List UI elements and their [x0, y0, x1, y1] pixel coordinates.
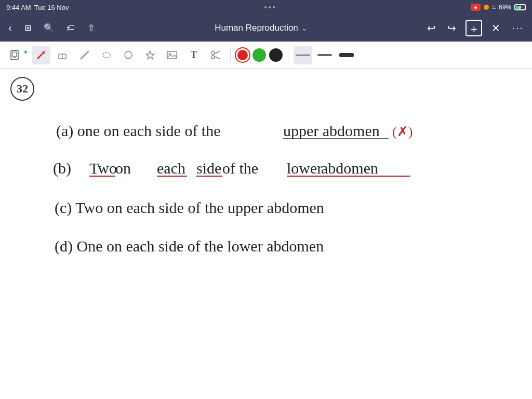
stroke-medium-button[interactable]	[315, 46, 334, 64]
bookmark-button[interactable]: 🏷	[64, 21, 77, 35]
svg-line-3	[38, 52, 44, 58]
svg-rect-1	[12, 52, 17, 57]
back-button[interactable]: ‹	[6, 20, 14, 36]
dot1	[264, 6, 267, 8]
device-icon	[9, 49, 20, 61]
svg-text:(c)  Two  on  each  side  of  : (c) Two on each side of the upper abdome…	[55, 199, 324, 217]
color-red-button[interactable]	[236, 48, 249, 62]
more-button[interactable]: ···	[510, 20, 526, 36]
image-tool-button[interactable]	[163, 46, 181, 64]
device-button[interactable]	[5, 46, 24, 64]
bluetooth-icon: ✦	[23, 48, 29, 56]
status-left: 9:44 AM Tue 16 Nov	[6, 4, 69, 11]
nav-left-buttons: ‹ ⊞ 🔍 🏷 ⇧	[6, 20, 97, 36]
color-black-button[interactable]	[269, 48, 283, 62]
nav-center: Human Reproduction ⌄	[215, 23, 308, 33]
svg-text:each: each	[157, 159, 185, 177]
text-tool-button[interactable]: T	[184, 46, 203, 64]
eraser-icon	[57, 49, 69, 61]
stroke-thick-icon	[339, 53, 354, 57]
stroke-thick-button[interactable]	[337, 46, 356, 64]
highlighter-tool-button[interactable]	[75, 46, 94, 64]
pen-tool-button[interactable]	[32, 46, 50, 64]
svg-text:(✗): (✗)	[392, 124, 413, 139]
svg-text:of  the: of the	[222, 159, 258, 177]
redo-button[interactable]: ↪	[445, 20, 458, 36]
svg-point-15	[211, 51, 215, 55]
svg-point-10	[103, 52, 110, 58]
search-button[interactable]: 🔍	[42, 21, 56, 35]
grid-view-button[interactable]: ⊞	[22, 21, 33, 35]
svg-line-17	[215, 51, 220, 54]
battery-percent: 69%	[499, 4, 511, 11]
svg-text:Two: Two	[89, 159, 117, 177]
svg-rect-13	[167, 51, 177, 59]
svg-text:abdomen: abdomen	[321, 159, 378, 177]
highlighter-icon	[79, 49, 90, 61]
separator1	[230, 48, 231, 62]
title-chevron[interactable]: ⌄	[301, 24, 308, 32]
shape-icon	[123, 49, 134, 61]
status-right: ● ≈ 69% ⚡	[471, 4, 526, 11]
svg-line-18	[215, 56, 220, 59]
svg-text:(d)  One  on  each  side  of  : (d) One on each side of the lower abdome…	[55, 237, 324, 255]
svg-line-9	[81, 51, 88, 59]
star-tool-button[interactable]	[141, 46, 159, 64]
shape-tool-button[interactable]	[119, 46, 138, 64]
share-button[interactable]: ⇧	[85, 20, 97, 36]
undo-button[interactable]: ↩	[425, 20, 438, 36]
svg-marker-12	[146, 51, 154, 59]
orange-dot	[484, 5, 489, 10]
nav-bar: ‹ ⊞ 🔍 🏷 ⇧ Human Reproduction ⌄ ↩ ↪ + ✕ ·…	[0, 15, 532, 42]
image-icon	[166, 49, 178, 61]
svg-text:upper  abdomen: upper abdomen	[283, 122, 380, 139]
document-title: Human Reproduction	[215, 23, 298, 33]
dot3	[273, 6, 275, 8]
handwritten-content: (a) one on each side of the upper abdome…	[0, 69, 532, 399]
stroke-thin-button[interactable]	[294, 46, 312, 64]
svg-point-16	[211, 56, 215, 59]
star-icon	[144, 49, 156, 61]
dot2	[269, 6, 271, 8]
selection-tool-button[interactable]	[97, 46, 116, 64]
svg-text:lower: lower	[287, 159, 322, 177]
scissors-icon	[210, 49, 221, 61]
stroke-thin-icon	[296, 55, 310, 56]
time-display: 9:44 AM	[6, 4, 31, 11]
nav-right-buttons: ↩ ↪ + ✕ ···	[425, 20, 526, 36]
color-green-button[interactable]	[252, 48, 266, 62]
canvas-area[interactable]: 32 (a) one on each side of the upper abd…	[0, 69, 532, 399]
battery-icon: ⚡	[514, 4, 526, 10]
close-button[interactable]: ✕	[489, 20, 502, 36]
svg-point-11	[125, 51, 132, 59]
clip-tool-button[interactable]	[206, 46, 225, 64]
eraser-tool-button[interactable]	[54, 46, 72, 64]
wifi-icon: ≈	[492, 4, 496, 11]
pen-icon	[35, 49, 47, 61]
add-page-button[interactable]: +	[466, 20, 482, 36]
svg-text:(a) one  on  each  side  of  t: (a) one on each side of the	[56, 122, 221, 140]
lasso-icon	[101, 49, 112, 61]
svg-text:on: on	[115, 159, 131, 177]
day-display: Tue 16 Nov	[34, 4, 69, 11]
status-center-dots	[264, 6, 275, 8]
recording-indicator: ●	[471, 4, 481, 11]
svg-text:side: side	[196, 159, 221, 177]
toolbar: ✦	[0, 42, 532, 69]
stroke-medium-icon	[317, 54, 332, 56]
separator2	[288, 48, 288, 62]
svg-text:(b): (b)	[53, 159, 71, 177]
status-bar: 9:44 AM Tue 16 Nov ● ≈ 69% ⚡	[0, 0, 532, 15]
